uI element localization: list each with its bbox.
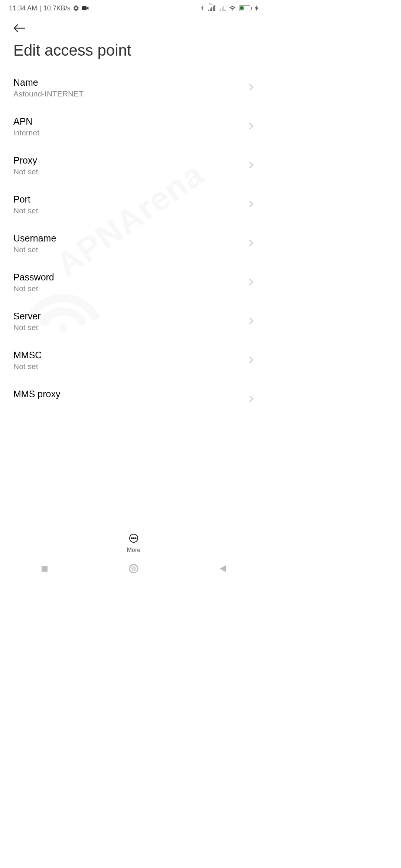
- item-value: internet: [13, 128, 39, 137]
- port-item[interactable]: Port Not set: [0, 185, 267, 224]
- item-label: Username: [13, 233, 56, 244]
- signal-4g-icon: 4G: [208, 5, 215, 11]
- apn-item[interactable]: APN internet: [0, 107, 267, 146]
- video-camera-icon: [82, 6, 89, 11]
- item-label: Password: [13, 272, 54, 283]
- mms-proxy-item[interactable]: MMS proxy Not set: [0, 380, 267, 402]
- item-label: Port: [13, 194, 38, 205]
- chevron-right-icon: [249, 200, 254, 210]
- chevron-right-icon: [249, 277, 254, 288]
- status-time: 11:34 AM: [9, 4, 37, 12]
- apn-name-item[interactable]: Name Astound-INTERNET: [0, 68, 267, 107]
- triangle-left-icon: [219, 565, 226, 573]
- chevron-right-icon: [249, 394, 254, 402]
- status-separator: |: [39, 4, 41, 12]
- item-value: Not set: [13, 167, 38, 176]
- circle-icon: [129, 564, 138, 573]
- svg-rect-3: [211, 7, 212, 11]
- status-left: 11:34 AM | 10.7KB/s: [9, 4, 89, 12]
- status-right: 4G 38: [200, 4, 258, 12]
- server-item[interactable]: Server Not set: [0, 302, 267, 341]
- charging-bolt-icon: [255, 5, 258, 11]
- chevron-right-icon: [249, 239, 254, 249]
- svg-point-14: [133, 538, 134, 539]
- svg-rect-6: [219, 10, 220, 11]
- item-label: APN: [13, 116, 39, 127]
- more-button[interactable]: More: [127, 533, 140, 553]
- item-label: Server: [13, 311, 41, 322]
- svg-rect-0: [82, 6, 87, 10]
- item-value: Not set: [13, 206, 38, 215]
- item-label: Proxy: [13, 155, 38, 166]
- bluetooth-icon: [200, 4, 205, 12]
- settings-gear-icon: [73, 5, 79, 11]
- proxy-item[interactable]: Proxy Not set: [0, 146, 267, 185]
- svg-point-15: [135, 538, 136, 539]
- wifi-icon: [229, 5, 236, 11]
- nav-recents-button[interactable]: [22, 565, 67, 572]
- mmsc-item[interactable]: MMSC Not set: [0, 341, 267, 380]
- page-title: Edit access point: [0, 37, 267, 68]
- item-label: Name: [13, 77, 84, 88]
- chevron-right-icon: [249, 316, 254, 327]
- chevron-right-icon: [249, 122, 254, 132]
- square-icon: [41, 565, 48, 572]
- svg-rect-4: [213, 6, 214, 11]
- svg-rect-7: [220, 9, 221, 11]
- item-value: Not set: [13, 245, 56, 254]
- svg-point-13: [131, 538, 132, 539]
- username-item[interactable]: Username Not set: [0, 224, 267, 263]
- settings-list: Name Astound-INTERNET APN internet Proxy…: [0, 68, 267, 402]
- signal-no-sim-icon: [218, 5, 226, 11]
- svg-rect-8: [222, 7, 223, 11]
- svg-point-18: [131, 566, 136, 571]
- item-value: Astound-INTERNET: [13, 89, 84, 98]
- item-value: Not set: [13, 401, 60, 402]
- item-value: Not set: [13, 362, 42, 371]
- chevron-right-icon: [249, 83, 254, 93]
- svg-rect-5: [214, 5, 215, 11]
- status-bar: 11:34 AM | 10.7KB/s 4G 38: [0, 0, 267, 15]
- battery-level: 38: [240, 6, 244, 10]
- svg-rect-16: [42, 566, 48, 572]
- item-label: MMSC: [13, 350, 42, 361]
- chevron-right-icon: [249, 161, 254, 171]
- svg-rect-9: [223, 6, 224, 11]
- nav-home-button[interactable]: [111, 564, 156, 573]
- svg-rect-1: [208, 10, 209, 11]
- arrow-left-icon: [13, 24, 26, 33]
- navigation-bar: [0, 558, 267, 579]
- nav-back-button[interactable]: [200, 565, 245, 573]
- more-circle-icon: [129, 533, 138, 545]
- status-data-rate: 10.7KB/s: [43, 4, 71, 12]
- item-label: MMS proxy: [13, 389, 60, 400]
- battery-icon: 38: [239, 5, 252, 11]
- password-item[interactable]: Password Not set: [0, 263, 267, 302]
- bottom-toolbar: More: [0, 529, 267, 558]
- item-value: Not set: [13, 284, 54, 293]
- svg-rect-2: [210, 9, 211, 11]
- item-value: Not set: [13, 323, 41, 332]
- back-button[interactable]: [0, 15, 267, 37]
- chevron-right-icon: [249, 355, 254, 366]
- more-label: More: [127, 547, 140, 553]
